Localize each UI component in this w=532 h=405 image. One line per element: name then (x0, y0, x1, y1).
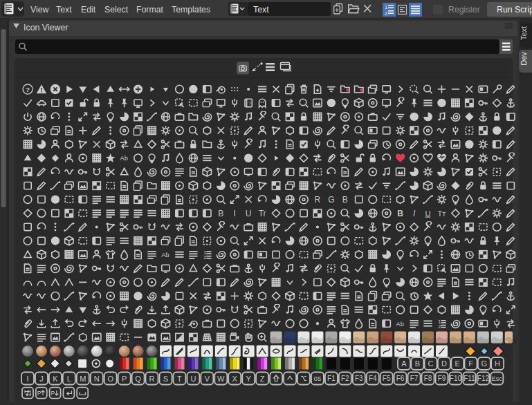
svg-text:H: H (495, 359, 500, 368)
svg-text:F2: F2 (341, 375, 349, 382)
svg-text:F5: F5 (383, 375, 391, 382)
svg-text:B: B (342, 195, 348, 205)
svg-text:J: J (39, 375, 44, 383)
svg-text:F10: F10 (450, 375, 462, 382)
svg-text:Tᴛ: Tᴛ (438, 209, 446, 218)
svg-text:U: U (246, 209, 252, 218)
svg-text:Esc: Esc (492, 375, 503, 382)
svg-text:F1: F1 (327, 375, 336, 382)
svg-text:View: View (30, 5, 49, 15)
svg-text:Q: Q (135, 375, 141, 383)
svg-text:D: D (441, 359, 447, 368)
svg-text:Dev: Dev (520, 52, 528, 66)
svg-text:A: A (401, 359, 407, 368)
svg-text:K: K (53, 375, 58, 383)
svg-text:P: P (122, 375, 127, 383)
svg-text:F4: F4 (369, 375, 377, 382)
svg-text:Icon Viewer: Icon Viewer (24, 23, 68, 32)
svg-text:O: O (107, 375, 113, 383)
svg-text:F6: F6 (396, 375, 405, 382)
svg-text:Edit: Edit (81, 5, 96, 15)
svg-text:Tr: Tr (259, 209, 266, 218)
svg-text:G: G (481, 359, 488, 368)
svg-text:B: B (218, 209, 223, 218)
svg-text:T: T (177, 375, 182, 383)
svg-text:F: F (468, 359, 473, 368)
svg-text:Text: Text (253, 5, 269, 15)
svg-text:U: U (425, 209, 431, 218)
svg-text:Text: Text (56, 5, 72, 15)
svg-text:L: L (67, 375, 71, 383)
svg-text:I: I (26, 375, 28, 383)
svg-text:Select: Select (104, 5, 129, 15)
svg-text:Format: Format (136, 5, 164, 15)
svg-text:F7: F7 (410, 375, 419, 382)
svg-text:F3: F3 (355, 375, 363, 382)
svg-text:Register: Register (448, 5, 480, 15)
svg-text:2: 2 (385, 10, 387, 17)
svg-text:Run Script: Run Script (497, 5, 532, 15)
svg-text:F8: F8 (424, 375, 432, 382)
svg-text:X: X (232, 375, 238, 383)
svg-text:F11: F11 (464, 375, 475, 382)
svg-text:I: I (234, 209, 236, 218)
svg-text:F12: F12 (477, 375, 490, 382)
svg-text:N: N (94, 375, 100, 383)
svg-text:S: S (163, 375, 168, 383)
svg-text:V: V (205, 375, 210, 383)
svg-text:Y: Y (246, 375, 252, 383)
svg-text:B: B (415, 359, 420, 368)
svg-text:W: W (217, 375, 225, 383)
svg-text:os: os (314, 375, 322, 382)
svg-text:P: P (37, 390, 42, 397)
svg-text:C: C (428, 359, 434, 368)
svg-text:P: P (51, 390, 55, 397)
svg-text:R: R (149, 375, 155, 383)
svg-text:R: R (315, 195, 321, 205)
svg-text:E: E (455, 359, 460, 368)
svg-text:1: 1 (385, 4, 387, 10)
svg-text:Templates: Templates (172, 5, 210, 15)
svg-text:U: U (190, 375, 196, 383)
svg-text:Text: Text (520, 26, 528, 40)
svg-text:B: B (397, 209, 403, 218)
svg-text:Z: Z (260, 375, 265, 383)
svg-text:F9: F9 (438, 375, 446, 382)
svg-text:M: M (80, 375, 86, 383)
svg-text:G: G (328, 195, 334, 205)
